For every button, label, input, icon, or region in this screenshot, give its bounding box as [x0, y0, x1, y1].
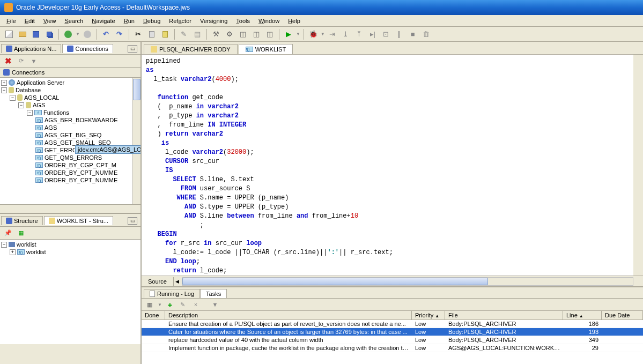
tree-node-function[interactable]: f()AGS — [1, 124, 139, 131]
tree-node-function[interactable]: f()ORDER_BY_CPT_NUMME — [1, 176, 139, 184]
tab-worklist-structure[interactable]: WORKLIST - Stru... — [44, 216, 113, 225]
task-row[interactable]: Cater for situations where the Source of… — [142, 328, 643, 336]
minimize-button[interactable]: ▭ — [128, 217, 137, 225]
task-row[interactable]: replace hardcoded value of 40 with the a… — [142, 336, 643, 344]
edit-task-button[interactable]: ✎ — [178, 300, 188, 309]
tab-structure[interactable]: Structure — [1, 216, 43, 225]
edit-button[interactable]: ✎ — [178, 28, 190, 40]
menu-file[interactable]: File — [2, 17, 20, 25]
step-over-button[interactable]: ⇥ — [327, 28, 338, 40]
menu-refactor[interactable]: Refactor — [165, 17, 196, 25]
view-button[interactable]: ▦ — [145, 300, 154, 309]
structure-child[interactable]: + f() worklist — [1, 248, 139, 256]
tree-node-function[interactable]: f()AGS_GET_BIG_SEQ — [1, 131, 139, 139]
run-button[interactable]: ▶ — [283, 28, 294, 40]
structure-tree[interactable]: − worklist + f() worklist — [0, 240, 141, 344]
editor-tab-archiver[interactable]: PLSQL_ARCHIVER BODY — [144, 44, 238, 54]
collapse-icon[interactable]: − — [27, 110, 33, 116]
collapse-icon[interactable]: − — [18, 102, 24, 108]
tab-tasks[interactable]: Tasks — [200, 289, 227, 298]
task-row[interactable]: Ensure that creation of a PL/SQL object … — [142, 320, 643, 328]
pause-button[interactable]: ‖ — [394, 28, 405, 40]
add-task-button[interactable]: + — [165, 300, 175, 309]
step-out-button[interactable]: ⤒ — [353, 28, 365, 40]
tree-node-function[interactable]: f()AGS_BER_BOEKWAARDE — [1, 116, 139, 124]
filter-tasks-button[interactable]: ▼ — [210, 300, 220, 309]
refresh-button[interactable]: ⟳ — [16, 56, 26, 66]
open-button[interactable] — [17, 28, 28, 40]
filter-button[interactable]: ▼ — [29, 56, 39, 66]
paste-button[interactable] — [159, 28, 171, 40]
tree-node-function[interactable]: f()GET_QMS_ERRORS — [1, 154, 139, 161]
structure-root[interactable]: − worklist — [1, 241, 139, 248]
delete-task-button[interactable]: × — [191, 300, 201, 309]
tree-node-function[interactable]: f()ORDER_BY_CPT_NUMME — [1, 169, 139, 176]
col-file[interactable]: File — [445, 311, 563, 320]
new-button[interactable]: ▦ — [16, 228, 26, 238]
collapse-icon[interactable]: − — [10, 95, 16, 101]
structure-panel: Structure WORKLIST - Stru... ▭ 📌 ▦ − wor… — [0, 213, 141, 344]
cut-button[interactable]: ✂ — [132, 28, 144, 40]
menu-view[interactable]: View — [39, 17, 61, 25]
expand-icon[interactable]: + — [1, 80, 7, 86]
collapse-icon[interactable]: − — [1, 87, 7, 93]
forward-button[interactable] — [82, 28, 93, 40]
col-due-date[interactable]: Due Date — [602, 311, 643, 320]
menu-debug[interactable]: Debug — [139, 17, 165, 25]
menu-edit[interactable]: Edit — [20, 17, 39, 25]
horizontal-scrollbar[interactable] — [182, 277, 633, 286]
editor-tab-worklist[interactable]: f() WORKLIST — [239, 44, 293, 54]
debug-button[interactable]: 🐞 — [307, 28, 319, 40]
redo-button[interactable]: ↷ — [114, 28, 125, 40]
source-tab[interactable]: Source — [142, 277, 174, 286]
tree-node-function[interactable]: f()ORDER_BY_CGP_CPT_M — [1, 161, 139, 169]
tool-button[interactable]: ◫ — [264, 28, 276, 40]
rebuild-button[interactable]: ⚙ — [224, 28, 235, 40]
tree-scrollbar[interactable] — [132, 78, 141, 204]
properties-button[interactable]: ▤ — [191, 28, 203, 40]
menu-window[interactable]: Window — [254, 17, 284, 25]
minimize-button[interactable]: ▭ — [128, 45, 137, 53]
pin-button[interactable]: 📌 — [3, 228, 13, 238]
menu-navigate[interactable]: Navigate — [87, 17, 119, 25]
col-done[interactable]: Done — [142, 311, 165, 320]
menu-tools[interactable]: Tools — [232, 17, 254, 25]
expand-icon[interactable]: + — [10, 249, 16, 255]
step-into-button[interactable]: ⤓ — [340, 28, 352, 40]
tab-applications[interactable]: Applications N... — [1, 44, 61, 53]
tool-button[interactable]: ◫ — [237, 28, 249, 40]
trash-button[interactable]: 🗑 — [420, 28, 432, 40]
folder-icon: f — [34, 110, 42, 115]
code-text[interactable]: pipelined as l_task varchar2(4000); func… — [142, 55, 643, 276]
collapse-icon[interactable]: − — [1, 242, 7, 248]
task-row[interactable]: Implement function in package, cache the… — [142, 344, 643, 352]
tree-node-ags-schema[interactable]: − AGS — [1, 101, 139, 109]
menu-run[interactable]: Run — [120, 17, 139, 25]
tool-button[interactable]: ◫ — [250, 28, 262, 40]
menu-versioning[interactable]: Versioning — [196, 17, 232, 25]
col-line[interactable]: Line ▲ — [563, 311, 602, 320]
make-button[interactable]: ⚒ — [210, 28, 222, 40]
code-editor[interactable]: pipelined as l_task varchar2(4000); func… — [142, 55, 643, 276]
col-priority[interactable]: Priority ▲ — [412, 311, 445, 320]
delete-button[interactable]: ✖ — [3, 56, 13, 66]
stop-button[interactable]: ■ — [407, 28, 419, 40]
tree-node-ags-local[interactable]: − AGS_LOCAL — [1, 94, 139, 101]
save-all-button[interactable] — [43, 28, 55, 40]
col-description[interactable]: Description — [165, 311, 412, 320]
new-button[interactable] — [3, 28, 15, 40]
tool-button[interactable]: ⊡ — [380, 28, 392, 40]
tab-running-log[interactable]: Running - Log — [144, 289, 200, 298]
save-button[interactable] — [30, 28, 42, 40]
resume-button[interactable]: ▸| — [367, 28, 379, 40]
tree-node-database[interactable]: − Database — [1, 86, 139, 94]
menu-search[interactable]: Search — [60, 17, 87, 25]
copy-button[interactable] — [146, 28, 158, 40]
tree-node-functions[interactable]: − f Functions — [1, 109, 139, 116]
connections-tree[interactable]: + Application Server − Database − AGS_LO… — [0, 78, 141, 204]
tree-node-app-server[interactable]: + Application Server — [1, 79, 139, 86]
menu-help[interactable]: Help — [284, 17, 305, 25]
tab-connections[interactable]: Connections — [62, 44, 113, 53]
back-button[interactable] — [62, 28, 74, 40]
undo-button[interactable]: ↶ — [100, 28, 112, 40]
